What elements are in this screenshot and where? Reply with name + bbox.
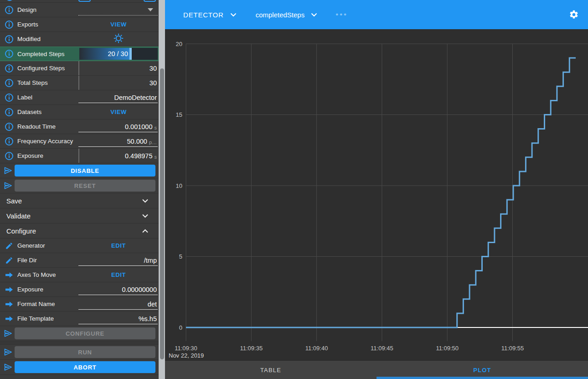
chart-canvas[interactable]: 0510152011:09:3011:09:3511:09:4011:09:45… [165, 29, 588, 360]
file-dir-input[interactable]: /tmp [78, 253, 159, 267]
exports-link[interactable]: VIEW [110, 21, 127, 28]
arrow-right-icon [3, 271, 15, 279]
progress-text: 20 / 30 [108, 50, 128, 57]
format-name-input[interactable]: det [78, 297, 159, 311]
unit-label: s [155, 125, 157, 130]
field-label: Frequency Accuracy [15, 138, 78, 145]
field-label: Axes To Move [15, 271, 78, 278]
info-icon [3, 64, 15, 73]
value-cell: VIEW [78, 17, 159, 31]
field-label: Completed Steps [15, 51, 78, 57]
send-icon [2, 166, 15, 175]
value-cell: EDIT [78, 268, 159, 282]
send-icon [2, 363, 15, 372]
axes-to-move-link[interactable]: EDIT [111, 271, 126, 278]
row-spacer [0, 341, 159, 345]
sidebar-row-exposure-config: Exposure0.00000000 [0, 282, 159, 297]
application-window: DesignExportsVIEWModifiedCompleted Steps… [0, 0, 588, 379]
unit-label: p… [149, 140, 157, 145]
signal-selector-label: completedSteps [256, 11, 305, 19]
action-row-abort: ABORT [0, 360, 159, 375]
sidebar-row-datasets: DatasetsVIEW [0, 105, 159, 119]
signal-selector[interactable]: completedSteps [237, 11, 318, 19]
value-cell: 0.498975s [78, 149, 159, 163]
datasets-link[interactable]: VIEW [110, 109, 127, 115]
disable-button[interactable]: DISABLE [15, 165, 155, 177]
sidebar-row-file-template: File Template%s.h5 [0, 312, 159, 326]
settings-gear-icon[interactable] [569, 10, 579, 20]
file-template-input[interactable]: %s.h5 [78, 312, 159, 326]
pencil-icon [3, 242, 15, 250]
sidebar-scrollbar-track[interactable] [159, 0, 165, 379]
dropdown-arrow-icon [148, 8, 153, 11]
info-icon [3, 137, 15, 146]
info-icon [3, 151, 15, 161]
sidebar-filler [0, 375, 159, 379]
action-row-configure-btn: CONFIGURE [0, 326, 159, 341]
field-label: Datasets [15, 109, 78, 115]
action-row-disable: DISABLE [0, 163, 159, 178]
tab-table[interactable]: TABLE [165, 361, 377, 379]
configure-btn-button: CONFIGURE [15, 327, 155, 339]
label-value: DemoDetector [114, 94, 157, 101]
device-selector[interactable]: DETECTOR [165, 11, 237, 19]
readout-time-input[interactable]: 0.001000s [78, 119, 159, 134]
label-input[interactable]: DemoDetector [78, 90, 159, 104]
sidebar-row-label: LabelDemoDetector [0, 90, 159, 105]
sidebar-row-exports: ExportsVIEW [0, 17, 159, 32]
info-icon [3, 49, 15, 58]
info-icon [3, 122, 15, 131]
send-icon [2, 181, 15, 190]
section-header-configure[interactable]: Configure [0, 223, 159, 239]
y-tick-label: 10 [176, 182, 182, 189]
field-label: Design [15, 6, 78, 13]
info-icon [3, 93, 15, 102]
arrow-right-icon [3, 286, 15, 293]
frequency-accuracy-value: 50.000 [127, 138, 147, 145]
sidebar-row-format-name: Format Namedet [0, 297, 159, 312]
section-header-save[interactable]: Save [0, 193, 159, 208]
device-parameter-sidebar: DesignExportsVIEWModifiedCompleted Steps… [0, 0, 159, 379]
field-label: Readout Time [15, 123, 78, 130]
view-tabbar: TABLE PLOT [165, 360, 588, 379]
info-icon [3, 35, 15, 44]
abort-button[interactable]: ABORT [15, 361, 155, 373]
field-label: Generator [15, 242, 78, 249]
info-icon [3, 5, 15, 15]
chevron-down-icon [142, 197, 149, 205]
design-combobox[interactable] [78, 3, 159, 17]
info-icon [3, 78, 15, 88]
file-template-value: %s.h5 [139, 315, 157, 322]
series-line-completedsteps [186, 58, 576, 327]
y-tick-label: 5 [179, 253, 182, 260]
y-tick-label: 20 [176, 41, 182, 47]
gear-indicator-icon[interactable] [113, 33, 124, 46]
frequency-accuracy-input[interactable]: 50.000p… [78, 134, 159, 148]
generator-link[interactable]: EDIT [111, 242, 126, 249]
sidebar-row-frequency-accuracy: Frequency Accuracy50.000p… [0, 134, 159, 149]
field-label: File Template [15, 315, 78, 322]
action-row-reset: RESET [0, 178, 159, 193]
value-cell [78, 32, 159, 46]
file-dir-value: /tmp [144, 257, 157, 264]
section-header-validate[interactable]: Validate [0, 208, 159, 223]
arrow-right-icon [3, 301, 15, 308]
configured-steps-value: 30 [150, 65, 157, 72]
section-label: Save [6, 197, 22, 205]
field-label: Exposure [15, 152, 78, 159]
sidebar-scrollbar-thumb[interactable] [160, 68, 164, 359]
readout-time-value: 0.001000 [125, 123, 152, 130]
value-cell: VIEW [78, 105, 159, 119]
tab-plot[interactable]: PLOT [377, 361, 588, 379]
sidebar-row-exposure: Exposure0.498975s [0, 149, 159, 163]
value-cell: 20 / 30 [78, 47, 159, 61]
exposure-value: 0.498975 [125, 152, 152, 160]
clipped-button [78, 0, 91, 2]
value-cell: EDIT [78, 239, 159, 253]
info-icon [3, 108, 15, 117]
exposure-config-input[interactable]: 0.00000000 [78, 282, 159, 296]
more-options-icon[interactable]: ••• [335, 10, 348, 19]
sidebar-row-readout-time: Readout Time0.001000s [0, 119, 159, 134]
field-label: Exports [15, 21, 78, 28]
completed-steps-progressbar: 20 / 30 [79, 48, 158, 60]
